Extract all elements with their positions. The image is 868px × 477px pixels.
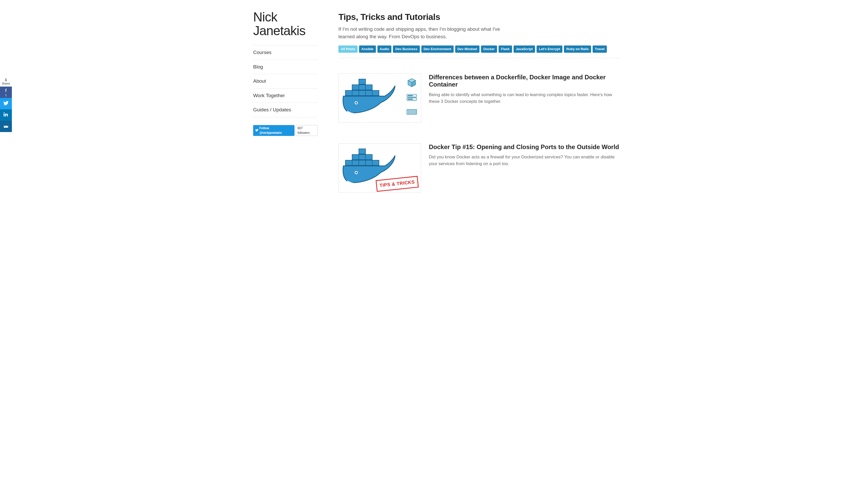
tag-flask[interactable]: Flask [499, 46, 512, 53]
post-title[interactable]: Differences between a Dockerfile, Docker… [429, 73, 620, 89]
share-total: 1 Shares [0, 78, 12, 87]
nav-item-about[interactable]: About [253, 74, 318, 88]
nav-item-guides-updates[interactable]: Guides / Updates [253, 103, 318, 117]
post-thumbnail[interactable]: TIPS & TRICKS [338, 143, 421, 192]
main-content: Tips, Tricks and Tutorials If I'm not wr… [328, 10, 620, 213]
nav-item-blog[interactable]: Blog [253, 60, 318, 74]
linkedin-icon [4, 111, 8, 119]
cube-icon [406, 78, 417, 88]
svg-rect-24 [359, 154, 366, 160]
share-label: Shares [2, 82, 10, 85]
docker-whale-icon [341, 77, 398, 121]
share-count: 1 [0, 78, 12, 82]
svg-rect-2 [359, 85, 366, 90]
svg-rect-3 [366, 85, 372, 90]
svg-rect-1 [352, 85, 359, 90]
svg-rect-6 [359, 90, 366, 96]
tag-travel[interactable]: Travel [593, 46, 607, 53]
share-facebook-button[interactable]: f 1 [0, 87, 12, 98]
svg-rect-26 [345, 160, 352, 166]
site-title-text: Nick Janetakis [253, 10, 305, 38]
concept-icons [406, 78, 417, 117]
svg-rect-0 [359, 79, 366, 84]
svg-rect-30 [372, 160, 379, 166]
twitter-follow-widget: Follow @nickjanetakis 607 followers [253, 125, 318, 136]
post-body: Differences between a Dockerfile, Docker… [429, 73, 620, 123]
post-item: Differences between a Dockerfile, Docker… [338, 73, 620, 123]
svg-rect-27 [352, 160, 359, 166]
nav-list: Courses Blog About Work Together Guides … [253, 45, 318, 117]
tag-dev-environment[interactable]: Dev Environment [421, 46, 454, 53]
share-linkedin-button[interactable] [0, 109, 12, 121]
svg-point-10 [355, 102, 357, 103]
svg-rect-8 [372, 90, 379, 96]
post-item: TIPS & TRICKS Docker Tip #15: Opening an… [338, 143, 620, 192]
svg-rect-5 [352, 90, 359, 96]
svg-rect-7 [366, 90, 372, 96]
page-subtitle: If I'm not writing code and shipping app… [338, 26, 514, 40]
post-excerpt: Did you know Docker acts as a firewall f… [429, 154, 620, 167]
nav-item-work-together[interactable]: Work Together [253, 89, 318, 103]
facebook-icon: f [5, 87, 6, 93]
tag-javascript[interactable]: JavaScript [514, 46, 535, 53]
svg-rect-13 [408, 95, 413, 96]
svg-rect-25 [366, 154, 372, 160]
container-icon [406, 107, 417, 117]
svg-rect-28 [359, 160, 366, 166]
svg-rect-22 [359, 149, 366, 154]
tag-dev-mindset[interactable]: Dev Mindset [455, 46, 480, 53]
tag-audio[interactable]: Audio [377, 46, 392, 53]
tag-lets-encrypt[interactable]: Let's Encrypt [536, 46, 562, 53]
svg-rect-29 [366, 160, 372, 166]
tag-docker[interactable]: Docker [481, 46, 497, 53]
twitter-icon [3, 100, 8, 108]
post-thumbnail[interactable] [338, 73, 421, 123]
tag-list: All Posts Ansible Audio Dev Business Dev… [338, 46, 620, 53]
tag-dev-business[interactable]: Dev Business [393, 46, 420, 53]
post-excerpt: Being able to identify what something is… [429, 91, 620, 105]
page-title: Tips, Tricks and Tutorials [338, 10, 620, 24]
twitter-follower-count[interactable]: 607 followers [296, 125, 318, 136]
twitter-icon [255, 128, 258, 133]
tag-all-posts[interactable]: All Posts [338, 46, 358, 53]
twitter-follow-button[interactable]: Follow @nickjanetakis [253, 125, 294, 136]
sidebar: Nick Janetakis Courses Blog About Work T… [248, 10, 328, 213]
site-title[interactable]: Nick Janetakis [253, 10, 318, 37]
twitter-follow-label: Follow @nickjanetakis [259, 126, 292, 135]
svg-rect-23 [352, 154, 359, 160]
crown-icon [3, 122, 8, 130]
share-sumo-button[interactable] [0, 121, 12, 132]
share-rail: 1 Shares f 1 [0, 78, 12, 132]
server-icon [406, 92, 417, 103]
svg-rect-14 [408, 98, 413, 99]
tag-ruby-on-rails[interactable]: Ruby on Rails [564, 46, 591, 53]
share-facebook-count: 1 [5, 93, 7, 97]
post-title[interactable]: Docker Tip #15: Opening and Closing Port… [429, 143, 620, 151]
tag-ansible[interactable]: Ansible [359, 46, 376, 53]
share-twitter-button[interactable] [0, 98, 12, 109]
nav-item-courses[interactable]: Courses [253, 46, 318, 60]
post-body: Docker Tip #15: Opening and Closing Port… [429, 143, 620, 192]
svg-rect-4 [345, 90, 352, 96]
svg-point-32 [355, 172, 357, 173]
